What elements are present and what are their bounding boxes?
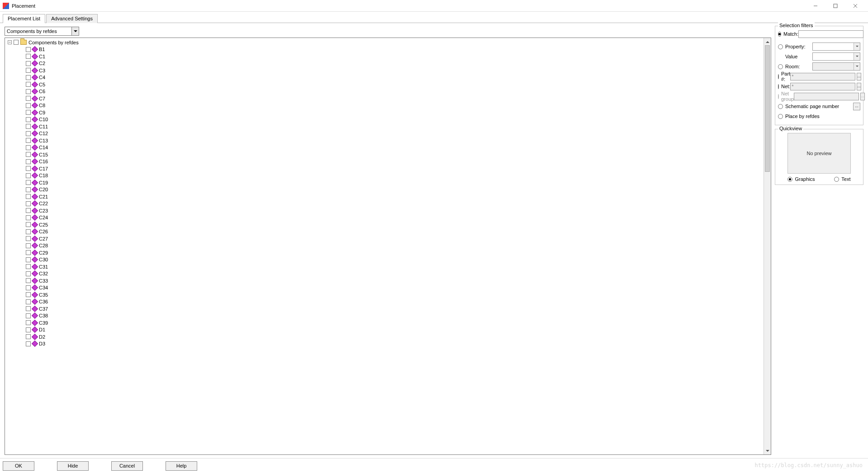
tree-item[interactable]: C19 xyxy=(8,179,764,186)
tree-item-checkbox[interactable] xyxy=(26,82,31,87)
tree-item[interactable]: C12 xyxy=(8,130,764,137)
tree-item-checkbox[interactable] xyxy=(26,96,31,101)
tree-item[interactable]: C23 xyxy=(8,207,764,214)
filter-property-radio[interactable] xyxy=(778,44,783,49)
filter-schematic-radio[interactable] xyxy=(778,104,783,109)
tree-item-checkbox[interactable] xyxy=(26,208,31,213)
tree-item-checkbox[interactable] xyxy=(26,89,31,94)
tree-item[interactable]: C18 xyxy=(8,172,764,180)
tree-item-checkbox[interactable] xyxy=(26,278,31,283)
tree-item[interactable]: C33 xyxy=(8,277,764,284)
tree-item[interactable]: C21 xyxy=(8,193,764,200)
tree-item[interactable]: C29 xyxy=(8,249,764,256)
tree-item-checkbox[interactable] xyxy=(26,229,31,234)
tree-item-checkbox[interactable] xyxy=(26,131,31,136)
filter-net-input[interactable] xyxy=(790,83,855,90)
tree-item-checkbox[interactable] xyxy=(26,68,31,73)
maximize-button[interactable] xyxy=(825,0,845,12)
filter-property-select[interactable] xyxy=(812,43,860,51)
tree-item[interactable]: C4 xyxy=(8,74,764,81)
tree-item-checkbox[interactable] xyxy=(26,201,31,206)
filter-part-input[interactable] xyxy=(790,73,855,80)
tree-item[interactable]: C9 xyxy=(8,109,764,116)
tree-item-checkbox[interactable] xyxy=(26,159,31,164)
tree-item[interactable]: C6 xyxy=(8,88,764,95)
tree-item-checkbox[interactable] xyxy=(26,320,31,325)
tree-item-checkbox[interactable] xyxy=(26,124,31,129)
tree-item-checkbox[interactable] xyxy=(26,334,31,339)
tree-item-checkbox[interactable] xyxy=(26,341,31,346)
quickview-text-radio[interactable] xyxy=(834,177,839,182)
scroll-down-icon[interactable] xyxy=(764,447,771,454)
tree-root-checkbox[interactable] xyxy=(14,40,19,45)
tree-item-checkbox[interactable] xyxy=(26,166,31,171)
tree-item-checkbox[interactable] xyxy=(26,194,31,199)
filter-schematic-browse[interactable]: ... xyxy=(853,103,860,110)
tree-item[interactable]: C11 xyxy=(8,123,764,130)
tree-item[interactable]: C31 xyxy=(8,263,764,270)
tree-item-checkbox[interactable] xyxy=(26,173,31,178)
tree-item[interactable]: C38 xyxy=(8,312,764,320)
tree-item[interactable]: C32 xyxy=(8,270,764,278)
tree-item-checkbox[interactable] xyxy=(26,306,31,311)
tree-item[interactable]: C8 xyxy=(8,102,764,109)
tree-item-checkbox[interactable] xyxy=(26,264,31,269)
help-button[interactable]: Help xyxy=(166,461,197,471)
tree-item-checkbox[interactable] xyxy=(26,271,31,276)
tree-item-checkbox[interactable] xyxy=(26,222,31,227)
minimize-button[interactable] xyxy=(806,0,825,12)
filter-part-browse[interactable]: ... xyxy=(857,73,861,80)
hide-button[interactable]: Hide xyxy=(57,461,89,471)
cancel-button[interactable]: Cancel xyxy=(111,461,143,471)
tree-item-checkbox[interactable] xyxy=(26,187,31,192)
tree-item[interactable]: C24 xyxy=(8,214,764,222)
tree-item[interactable]: D1 xyxy=(8,326,764,334)
tree-item-checkbox[interactable] xyxy=(26,285,31,290)
tree-item[interactable]: C20 xyxy=(8,186,764,194)
filter-match-radio[interactable] xyxy=(778,32,781,37)
tree-item-checkbox[interactable] xyxy=(26,110,31,115)
filter-net-browse[interactable]: ... xyxy=(857,83,861,90)
scroll-up-icon[interactable] xyxy=(764,38,771,45)
tree-item[interactable]: C39 xyxy=(8,319,764,326)
tree-item[interactable]: C16 xyxy=(8,158,764,166)
tree-item[interactable]: C3 xyxy=(8,67,764,74)
tree-item-checkbox[interactable] xyxy=(26,54,31,59)
tree-item-checkbox[interactable] xyxy=(26,327,31,332)
ok-button[interactable]: OK xyxy=(3,461,34,471)
tree-item[interactable]: D2 xyxy=(8,333,764,341)
view-dropdown[interactable]: Components by refdes xyxy=(5,27,79,36)
filter-net-radio[interactable] xyxy=(778,84,779,89)
tree-item-checkbox[interactable] xyxy=(26,117,31,122)
filter-part-radio[interactable] xyxy=(778,74,779,79)
filter-value-select[interactable] xyxy=(812,52,860,61)
tree-item-checkbox[interactable] xyxy=(26,313,31,318)
tree-item-checkbox[interactable] xyxy=(26,236,31,241)
tree-item-checkbox[interactable] xyxy=(26,152,31,157)
tree-item[interactable]: D3 xyxy=(8,341,764,348)
tree-item[interactable]: C26 xyxy=(8,228,764,236)
collapse-icon[interactable]: − xyxy=(8,40,12,44)
tree-item[interactable]: C10 xyxy=(8,116,764,123)
tree-item[interactable]: C36 xyxy=(8,298,764,306)
tree-item[interactable]: C1 xyxy=(8,53,764,60)
tree-item-checkbox[interactable] xyxy=(26,243,31,248)
tree-item[interactable]: C37 xyxy=(8,305,764,312)
tree-item[interactable]: C15 xyxy=(8,151,764,158)
tree-item[interactable]: C7 xyxy=(8,95,764,102)
filter-room-radio[interactable] xyxy=(778,64,783,69)
tree-item[interactable]: C5 xyxy=(8,81,764,88)
tree-item-checkbox[interactable] xyxy=(26,215,31,220)
filter-placeby-radio[interactable] xyxy=(778,114,783,119)
tree-item-checkbox[interactable] xyxy=(26,138,31,143)
tab-advanced-settings[interactable]: Advanced Settings xyxy=(46,14,98,23)
tree-root[interactable]: −Components by refdes xyxy=(8,39,764,46)
tree-item[interactable]: C35 xyxy=(8,291,764,298)
tree-item[interactable]: C27 xyxy=(8,235,764,242)
tree-item[interactable]: C34 xyxy=(8,284,764,292)
tree-item[interactable]: C17 xyxy=(8,165,764,172)
tree-item-checkbox[interactable] xyxy=(26,299,31,304)
tree-item-checkbox[interactable] xyxy=(26,180,31,185)
tree-item[interactable]: C2 xyxy=(8,60,764,67)
tree-item[interactable]: C22 xyxy=(8,200,764,208)
